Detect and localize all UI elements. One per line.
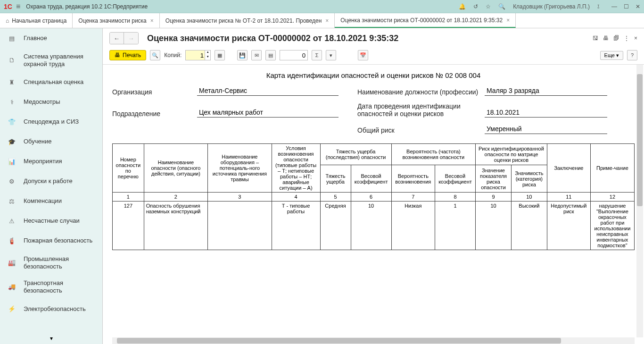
sidebar-item-training[interactable]: 🎓Обучение xyxy=(0,132,102,151)
spinner-down-icon[interactable]: ▼ xyxy=(205,55,210,60)
sidebar-item-system[interactable]: 🗋Система управления охраной труда xyxy=(0,48,102,72)
tb-btn-dropdown[interactable]: ▾ xyxy=(326,50,336,60)
colnum-6: 6 xyxy=(351,193,391,201)
warning-icon: ⚠ xyxy=(7,216,17,226)
search-icon[interactable]: 🔍 xyxy=(498,3,505,10)
copies-input[interactable] xyxy=(186,50,205,60)
risk-value: Умеренный xyxy=(485,124,607,134)
th-c6b: Весовой коэффициент xyxy=(435,165,475,193)
tb-btn-calendar[interactable]: 📅 xyxy=(358,50,368,60)
cell-c4: Т - типовые работы xyxy=(272,201,320,250)
nav-forward-button[interactable]: → xyxy=(124,33,138,44)
org-label: Организация xyxy=(112,88,197,96)
colnum-5: 5 xyxy=(320,193,351,201)
sidebar-item-industrial[interactable]: 🏭Промышленная безопасность xyxy=(0,251,102,275)
cell-c6b: 1 xyxy=(435,201,475,250)
filter-icon[interactable]: ⫱ xyxy=(597,3,599,10)
crane-icon: ⚙ xyxy=(7,176,17,186)
tab-1-close-icon[interactable]: × xyxy=(150,17,154,24)
cell-c7b: Высокий xyxy=(511,201,547,250)
tab-2[interactable]: Оценка значимости риска № ОТ-2 от 18.10.… xyxy=(160,13,335,28)
save-icon[interactable]: 🖫 xyxy=(593,35,598,42)
app-title: Охрана труда, редакция 10.2 1С:Предприят… xyxy=(26,3,459,10)
tab-3[interactable]: Оценка значимости риска ОТ-00000002 от 1… xyxy=(335,13,516,28)
cell-c1: 127 xyxy=(113,201,144,250)
cell-c8: Недопустимый риск xyxy=(547,201,590,250)
colnum-3: 3 xyxy=(208,193,272,201)
tb-btn-sum[interactable]: Σ xyxy=(312,50,322,60)
colnum-1: 1 xyxy=(113,193,144,201)
doc-title: Оценка значимости риска ОТ-00000002 от 1… xyxy=(147,34,398,43)
history-icon[interactable]: ↺ xyxy=(473,3,478,10)
sidebar-item-permits[interactable]: ⚙Допуски к работе xyxy=(0,171,102,191)
dept-value: Цех малярных работ xyxy=(197,108,339,117)
sidebar-item-assessment[interactable]: ♜Специальная оценка xyxy=(0,72,102,92)
tab-2-close-icon[interactable]: × xyxy=(325,17,329,24)
tb-btn-3[interactable]: ▤ xyxy=(265,50,276,60)
form-grid: Организация Металл-Сервис Наименование д… xyxy=(112,86,635,134)
truck-icon: 🚚 xyxy=(7,282,17,292)
sidebar-item-fire[interactable]: 🧯Пожарная безопасность xyxy=(0,231,102,251)
tb-btn-save[interactable]: 💾 xyxy=(237,50,248,60)
copy-icon[interactable]: 🗐 xyxy=(613,35,619,42)
tb-btn-mail[interactable]: ✉ xyxy=(251,50,262,60)
sidebar-item-electric[interactable]: ⚡Электробезопасность xyxy=(0,299,102,319)
sidebar-item-medical[interactable]: ⚕Медосмотры xyxy=(0,92,102,112)
close-doc-icon[interactable]: × xyxy=(634,35,637,42)
th-c2: Наименование опасности (опасного действи… xyxy=(144,144,207,193)
cell-c6a: Низкая xyxy=(391,201,435,250)
sidebar-item-accidents[interactable]: ⚠Несчастные случаи xyxy=(0,211,102,231)
date-label: Дата проведения идентификации опасностей… xyxy=(357,102,485,117)
presentation-icon: 📊 xyxy=(7,156,17,167)
sidebar-item-transport[interactable]: 🚚Транспортная безопасность xyxy=(0,275,102,299)
card-title: Карта идентификации опасностей и оценки … xyxy=(112,71,635,79)
sidebar-item-events[interactable]: 📊Мероприятия xyxy=(0,151,102,171)
medical-icon: ⚕ xyxy=(7,97,17,107)
chair-icon: ♜ xyxy=(7,77,17,87)
sidebar-expand[interactable]: ▾ xyxy=(0,333,102,344)
tab-3-close-icon[interactable]: × xyxy=(506,17,510,24)
star-icon[interactable]: ☆ xyxy=(486,3,491,10)
spinner-up-icon[interactable]: ▲ xyxy=(205,50,210,55)
sidebar-item-ppe[interactable]: 👕Спецодежда и СИЗ xyxy=(0,112,102,132)
bell-icon[interactable]: 🔔 xyxy=(459,3,466,10)
table-row[interactable]: 127 Опасность обрушения наземных констру… xyxy=(113,201,635,250)
maximize-icon[interactable]: ☐ xyxy=(624,3,629,10)
jacket-icon: 👕 xyxy=(7,117,17,127)
help-button[interactable]: ? xyxy=(627,50,637,60)
cell-c3 xyxy=(208,201,272,250)
tab-home[interactable]: ⌂ Начальная страница xyxy=(0,13,73,28)
more-icon[interactable]: ⋮ xyxy=(624,35,629,42)
sidebar-item-compensation[interactable]: ⚖Компенсации xyxy=(0,191,102,211)
doc-icon: 🗋 xyxy=(7,55,17,66)
print-button[interactable]: 🖶Печать xyxy=(109,50,146,60)
cell-c5b: 10 xyxy=(351,201,391,250)
colnum-2: 2 xyxy=(144,193,207,201)
nav-back-button[interactable]: ← xyxy=(110,33,124,44)
colnum-7: 7 xyxy=(391,193,435,201)
more-button[interactable]: Еще ▾ xyxy=(600,51,623,60)
menu-icon[interactable]: ≡ xyxy=(16,2,20,11)
copies-spinner[interactable]: ▲▼ xyxy=(185,50,211,60)
tab-1[interactable]: Оценка значимости риска × xyxy=(73,13,159,28)
num-input[interactable] xyxy=(280,50,308,60)
home-icon: ⌂ xyxy=(6,17,9,24)
minimize-icon[interactable]: — xyxy=(611,3,617,10)
dept-label: Подразделение xyxy=(112,110,197,117)
th-c7b: Значимость (категория) риска xyxy=(511,165,547,193)
tb-btn-1[interactable]: ▦ xyxy=(215,50,225,60)
tab-2-label: Оценка значимости риска № ОТ-2 от 18.10.… xyxy=(165,17,322,24)
horizontal-scrollbar[interactable] xyxy=(112,337,635,344)
post-value: Маляр 3 разряда xyxy=(485,86,607,96)
cell-c7a: 10 xyxy=(476,201,512,250)
th-c9: Приме-чание xyxy=(590,144,634,193)
doc-header: ← → Оценка значимости риска ОТ-00000002 … xyxy=(103,28,644,48)
vertical-scrollbar[interactable] xyxy=(636,65,643,337)
preview-button[interactable]: 🔍 xyxy=(150,50,160,60)
print-icon[interactable]: 🖶 xyxy=(603,35,609,42)
sidebar-item-main[interactable]: ▤Главное xyxy=(0,28,102,48)
bolt-icon: ⚡ xyxy=(7,304,17,314)
colnum-12: 12 xyxy=(590,193,634,201)
user-name[interactable]: Кладовщик (Григорьева Л.П.) xyxy=(513,3,590,10)
close-icon[interactable]: ✕ xyxy=(636,3,640,10)
